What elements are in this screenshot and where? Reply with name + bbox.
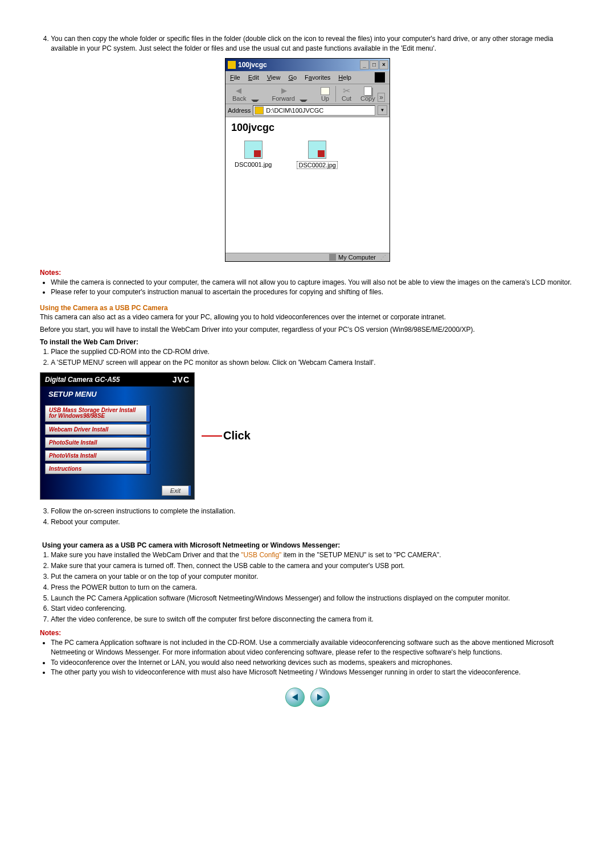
file-name-selected: DSC0002.jpg — [297, 161, 337, 169]
jvc-logo: JVC — [173, 375, 190, 384]
menubar: File Edit View Go Favorites Help — [226, 71, 390, 84]
cut-icon: ✂ — [342, 87, 351, 95]
toolbar-copy[interactable]: Copy — [360, 87, 375, 102]
step: Reboot your computer. — [51, 517, 575, 527]
window-title: 100jvcgc — [238, 61, 360, 69]
file-name: DSC0001.jpg — [235, 161, 272, 168]
explorer-window: 100jvcgc _ □ × File Edit View Go Favorit… — [225, 58, 390, 262]
note-item: To videoconference over the Internet or … — [51, 658, 575, 668]
click-callout: Click — [202, 429, 251, 442]
explorer-content: 100jvcgc DSC0001.jpg DSC0002.jpg — [226, 117, 390, 253]
usb-config-link[interactable]: "USB Config" — [241, 551, 281, 559]
install-webcam-heading: To install the Web Cam Driver: — [40, 338, 575, 346]
minimize-button[interactable]: _ — [360, 60, 369, 69]
netmeeting-steps: Make sure you have installed the WebCam … — [40, 550, 575, 624]
note-item: Please refer to your computer's instruct… — [51, 287, 575, 297]
intro-step-4: You can then copy the whole folder or sp… — [51, 34, 575, 54]
statusbar: My Computer ⋰ — [226, 253, 390, 261]
copy-icon — [364, 87, 372, 96]
step: A 'SETUP MENU' screen will appear on the… — [51, 358, 575, 368]
menu-file[interactable]: File — [230, 74, 240, 81]
notes-list-2: The PC camera Application software is no… — [40, 638, 575, 677]
para: Before you start, you will have to insta… — [40, 326, 575, 334]
toolbar-cut[interactable]: ✂ Cut — [342, 87, 351, 102]
notes-heading-1: Notes: — [40, 269, 575, 277]
back-dropdown-icon[interactable] — [251, 100, 259, 102]
toolbar-overflow[interactable]: » — [378, 93, 385, 102]
toolbar-up-label: Up — [321, 95, 330, 102]
file-item[interactable]: DSC0002.jpg — [297, 141, 337, 169]
back-arrow-icon — [236, 88, 241, 94]
menu-item-photovista[interactable]: PhotoVista Install — [45, 450, 150, 461]
resize-grip-icon: ⋰ — [380, 254, 386, 260]
menu-help[interactable]: Help — [338, 74, 351, 81]
setup-menu-title: SETUP MENU — [40, 386, 194, 403]
forward-dropdown-icon[interactable] — [300, 100, 308, 102]
address-label: Address — [228, 107, 251, 114]
step: Follow the on-screen instructions to com… — [51, 507, 575, 516]
para: This camera can also act as a video came… — [40, 313, 575, 321]
toolbar-forward[interactable]: Forward — [272, 87, 295, 102]
intro-step-list: You can then copy the whole folder or sp… — [40, 34, 575, 54]
menu-edit[interactable]: Edit — [248, 74, 259, 81]
toolbar-back[interactable]: Back — [232, 87, 246, 102]
step: Press the POWER button to turn on the ca… — [51, 583, 575, 593]
click-label: Click — [223, 429, 251, 442]
install-webcam-steps: Place the supplied CD-ROM into the CD-RO… — [40, 347, 575, 368]
menu-item-photosuite[interactable]: PhotoSuite Install — [45, 437, 150, 448]
step: Start video conferencing. — [51, 604, 575, 614]
step: Make sure you have installed the WebCam … — [51, 550, 575, 560]
netmeeting-heading: Using your camera as a USB PC camera wit… — [42, 541, 575, 549]
forward-arrow-icon — [281, 88, 287, 94]
menu-item-instructions[interactable]: Instructions — [45, 463, 150, 474]
note-item: The other party you wish to videoconfere… — [51, 668, 575, 677]
prev-page-button[interactable] — [285, 688, 305, 707]
menu-favorites[interactable]: Favorites — [305, 74, 330, 81]
install-webcam-steps-cont: Follow the on-screen instructions to com… — [40, 507, 575, 527]
menu-item-mass-storage[interactable]: USB Mass Storage Driver Install for Wind… — [45, 405, 150, 422]
address-input[interactable]: D:\DCIM\100JVCGC — [253, 105, 375, 116]
callout-line-icon — [202, 435, 222, 437]
step: Put the camera on your table or on the t… — [51, 572, 575, 582]
step: Place the supplied CD-ROM into the CD-RO… — [51, 347, 575, 357]
folder-icon — [228, 61, 236, 69]
file-item[interactable]: DSC0001.jpg — [235, 141, 272, 169]
addressbar: Address D:\DCIM\100JVCGC ▼ — [226, 104, 390, 117]
notes-heading-2: Notes: — [40, 629, 575, 637]
toolbar-cut-label: Cut — [342, 95, 351, 102]
address-dropdown-button[interactable]: ▼ — [378, 105, 387, 115]
next-page-button[interactable] — [310, 688, 330, 707]
image-file-icon — [308, 141, 326, 159]
ie-logo-icon — [375, 72, 385, 83]
menu-go[interactable]: Go — [288, 74, 297, 81]
folder-small-icon — [255, 106, 264, 114]
image-file-icon — [244, 141, 263, 159]
folder-heading: 100jvcgc — [231, 122, 384, 134]
step: Launch the PC Camera Application softwar… — [51, 594, 575, 603]
note-item: While the camera is connected to your co… — [51, 278, 575, 287]
toolbar-back-label: Back — [232, 95, 246, 102]
toolbar-forward-label: Forward — [272, 95, 295, 102]
status-text: My Computer — [338, 254, 376, 261]
menu-view[interactable]: View — [267, 74, 281, 81]
setup-menu-screenshot: Digital Camera GC-A55 JVC SETUP MENU USB… — [40, 372, 195, 500]
explorer-titlebar: 100jvcgc _ □ × — [226, 59, 390, 71]
close-button[interactable]: × — [379, 60, 388, 69]
step: After the video conference, be sure to s… — [51, 615, 575, 624]
setup-product-name: Digital Camera GC-A55 — [45, 376, 120, 384]
address-path: D:\DCIM\100JVCGC — [266, 107, 323, 114]
note-item: The PC camera Application software is no… — [51, 638, 575, 657]
up-folder-icon — [321, 87, 330, 95]
computer-icon — [329, 254, 336, 261]
toolbar: Back Forward Up ✂ Cut — [226, 84, 390, 104]
menu-item-webcam-driver[interactable]: Webcam Driver Install — [45, 424, 150, 435]
exit-button[interactable]: Exit — [162, 486, 191, 496]
notes-list-1: While the camera is connected to your co… — [40, 278, 575, 298]
step: Make sure that your camera is turned off… — [51, 561, 575, 571]
toolbar-copy-label: Copy — [360, 95, 375, 102]
toolbar-up[interactable]: Up — [321, 87, 330, 102]
section-usb-heading: Using the Camera as a USB PC Camera — [40, 304, 575, 312]
maximize-button[interactable]: □ — [370, 60, 379, 69]
